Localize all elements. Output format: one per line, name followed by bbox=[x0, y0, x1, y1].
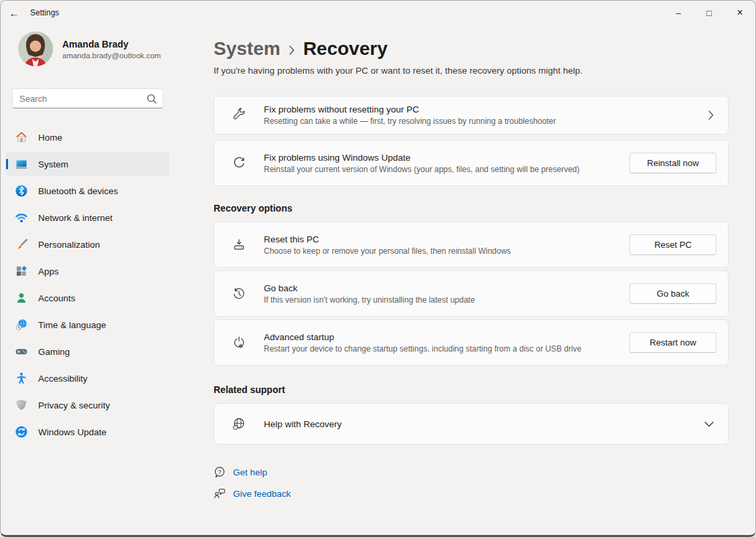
minimize-button[interactable]: – bbox=[663, 1, 694, 25]
chevron-right-icon bbox=[708, 110, 716, 120]
give-feedback-label: Give feedback bbox=[233, 489, 291, 499]
sidebar-item-label: Accounts bbox=[38, 293, 76, 303]
get-help-label: Get help bbox=[233, 467, 267, 477]
sidebar-item-time-language[interactable]: Time & language bbox=[6, 313, 169, 337]
go-back-button[interactable]: Go back bbox=[629, 283, 716, 304]
sidebar-nav: Home System bbox=[1, 125, 175, 447]
reinstall-now-button[interactable]: Reinstall now bbox=[629, 153, 716, 173]
window-title: Settings bbox=[30, 8, 59, 17]
sidebar-item-privacy-security[interactable]: Privacy & security bbox=[6, 393, 169, 417]
minimize-icon: – bbox=[676, 8, 680, 18]
sidebar-item-network-internet[interactable]: Network & internet bbox=[6, 206, 169, 230]
card-go-back: Go back If this version isn't working, t… bbox=[214, 271, 729, 317]
card-title: Reset this PC bbox=[264, 234, 621, 244]
personalization-icon bbox=[15, 238, 28, 251]
titlebar: ← Settings – □ × bbox=[1, 1, 755, 25]
user-name: Amanda Brady bbox=[62, 39, 161, 50]
search-icon bbox=[146, 93, 157, 104]
sidebar-item-bluetooth-devices[interactable]: Bluetooth & devices bbox=[6, 179, 169, 203]
apps-icon bbox=[15, 264, 28, 278]
sidebar-item-label: Time & language bbox=[38, 320, 106, 330]
settings-window: ← Settings – □ × bbox=[0, 0, 756, 537]
card-subtitle: Choose to keep or remove your personal f… bbox=[264, 246, 621, 256]
breadcrumb: System Recovery bbox=[214, 38, 729, 60]
sidebar-item-personalization[interactable]: Personalization bbox=[6, 232, 169, 256]
accessibility-icon bbox=[15, 372, 28, 385]
history-icon bbox=[232, 287, 246, 301]
card-help-with-recovery[interactable]: ? Help with Recovery bbox=[214, 403, 729, 445]
breadcrumb-chevron-icon bbox=[289, 45, 295, 56]
svg-text:?: ? bbox=[234, 426, 236, 429]
card-title: Go back bbox=[264, 283, 621, 293]
sidebar-item-label: Gaming bbox=[38, 347, 70, 357]
accounts-icon bbox=[15, 291, 28, 305]
card-fix-problems-troubleshooter[interactable]: Fix problems without resetting your PC R… bbox=[214, 96, 729, 135]
give-feedback-link[interactable]: Give feedback bbox=[214, 487, 291, 500]
sidebar-item-home[interactable]: Home bbox=[6, 125, 169, 149]
sidebar-item-accounts[interactable]: Accounts bbox=[6, 286, 169, 310]
maximize-icon: □ bbox=[706, 8, 712, 18]
card-advanced-startup: Advanced startup Restart your device to … bbox=[214, 319, 729, 366]
sidebar-item-windows-update[interactable]: Windows Update bbox=[6, 420, 169, 444]
sidebar-item-label: Windows Update bbox=[38, 427, 106, 437]
card-title: Help with Recovery bbox=[264, 419, 696, 429]
globe-help-icon: ? bbox=[232, 416, 246, 431]
gaming-icon bbox=[15, 345, 28, 358]
card-reset-this-pc: Reset this PC Choose to keep or remove y… bbox=[214, 222, 729, 268]
sidebar: Amanda Brady amanda.brady@outlook.com bbox=[1, 25, 175, 535]
chevron-down-icon bbox=[704, 421, 716, 427]
get-help-link[interactable]: ? Get help bbox=[214, 466, 267, 478]
search-input[interactable] bbox=[19, 94, 146, 104]
user-email: amanda.brady@outlook.com bbox=[62, 52, 161, 60]
sidebar-item-accessibility[interactable]: Accessibility bbox=[6, 366, 169, 390]
card-title: Advanced startup bbox=[264, 332, 621, 342]
sidebar-item-label: Apps bbox=[38, 266, 59, 277]
maximize-button[interactable]: □ bbox=[694, 1, 725, 25]
recovery-options-heading: Recovery options bbox=[214, 203, 729, 214]
footer-links: ? Get help Give feedback bbox=[214, 466, 729, 500]
search-box[interactable] bbox=[12, 88, 163, 108]
wrench-icon bbox=[232, 108, 246, 123]
reset-pc-button[interactable]: Reset PC bbox=[629, 234, 716, 255]
back-button[interactable]: ← bbox=[1, 1, 27, 25]
card-fix-problems-windows-update: Fix problems using Windows Update Reinst… bbox=[214, 140, 729, 186]
reset-pc-icon bbox=[232, 238, 246, 252]
sidebar-item-label: System bbox=[38, 159, 68, 169]
card-subtitle: If this version isn't working, try unins… bbox=[264, 295, 621, 305]
sidebar-item-gaming[interactable]: Gaming bbox=[6, 339, 169, 364]
card-subtitle: Reinstall your current version of Window… bbox=[264, 165, 621, 174]
svg-text:?: ? bbox=[218, 469, 221, 475]
page-description: If you're having problems with your PC o… bbox=[214, 66, 729, 76]
home-icon bbox=[15, 131, 28, 144]
sidebar-item-label: Personalization bbox=[38, 240, 100, 250]
sidebar-item-apps[interactable]: Apps bbox=[6, 259, 169, 283]
windows-update-icon bbox=[15, 425, 28, 439]
feedback-icon bbox=[214, 487, 226, 500]
back-arrow-icon: ← bbox=[9, 7, 19, 19]
card-title: Fix problems using Windows Update bbox=[264, 153, 621, 163]
advanced-startup-icon bbox=[232, 335, 246, 350]
help-circle-icon: ? bbox=[214, 466, 226, 478]
privacy-security-icon bbox=[15, 398, 28, 412]
time-language-icon bbox=[15, 318, 28, 331]
sync-icon bbox=[232, 156, 246, 171]
bluetooth-icon bbox=[15, 184, 28, 198]
avatar bbox=[18, 31, 53, 66]
restart-now-button[interactable]: Restart now bbox=[629, 332, 716, 353]
network-icon bbox=[15, 211, 28, 224]
window-controls: – □ × bbox=[663, 1, 755, 25]
sidebar-item-label: Privacy & security bbox=[38, 400, 110, 410]
user-profile[interactable]: Amanda Brady amanda.brady@outlook.com bbox=[18, 31, 175, 66]
main-content: System Recovery If you're having problem… bbox=[175, 25, 755, 535]
sidebar-item-label: Network & internet bbox=[38, 213, 112, 223]
breadcrumb-parent[interactable]: System bbox=[214, 38, 281, 60]
related-support-heading: Related support bbox=[214, 384, 729, 395]
sidebar-item-system[interactable]: System bbox=[6, 152, 169, 176]
sidebar-item-label: Bluetooth & devices bbox=[38, 186, 118, 196]
sidebar-item-label: Home bbox=[38, 133, 62, 143]
close-button[interactable]: × bbox=[725, 1, 755, 25]
card-subtitle: Resetting can take a while — first, try … bbox=[264, 117, 700, 126]
page-title: Recovery bbox=[303, 38, 388, 60]
card-title: Fix problems without resetting your PC bbox=[264, 104, 700, 114]
close-icon: × bbox=[737, 7, 743, 19]
